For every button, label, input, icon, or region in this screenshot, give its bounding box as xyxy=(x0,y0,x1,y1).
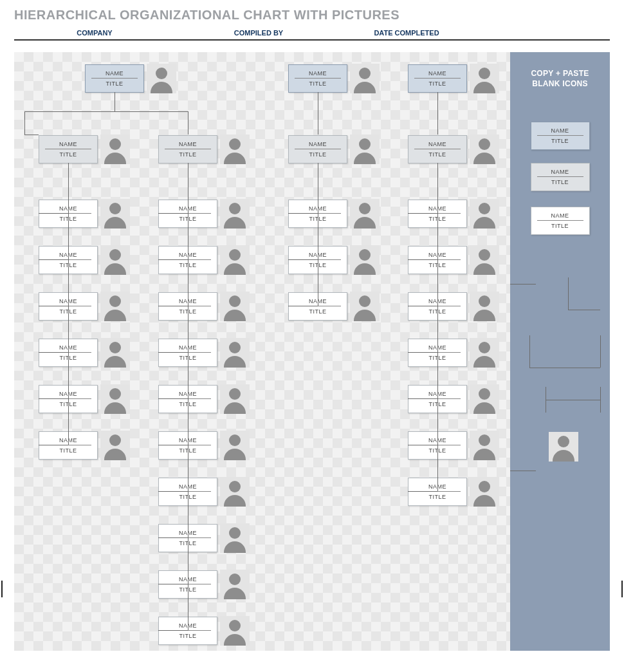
org-node[interactable]: NAMETITLE xyxy=(39,431,130,460)
org-node[interactable]: NAMETITLE xyxy=(39,338,130,368)
org-card[interactable]: NAMETITLE xyxy=(288,135,347,163)
org-node[interactable]: NAMETITLE xyxy=(158,135,250,164)
card-title[interactable]: TITLE xyxy=(309,306,326,315)
template-line-h[interactable] xyxy=(510,471,536,471)
card-name[interactable]: NAME xyxy=(295,141,341,149)
card-title[interactable]: TITLE xyxy=(551,136,569,144)
org-card[interactable]: NAMETITLE xyxy=(408,135,467,163)
org-node[interactable]: NAMETITLE xyxy=(288,245,380,275)
card-title[interactable]: TITLE xyxy=(551,221,569,229)
card-title[interactable]: TITLE xyxy=(428,79,446,87)
card-name[interactable]: NAME xyxy=(537,212,583,221)
connector-line xyxy=(158,213,188,214)
org-node[interactable]: NAMETITLE xyxy=(158,477,250,507)
org-node[interactable]: NAMETITLE xyxy=(158,616,250,646)
org-node[interactable]: NAMETITLE xyxy=(288,292,380,321)
page-title: HIERARCHICAL ORGANIZATIONAL CHART WITH P… xyxy=(0,0,624,23)
template-line-h[interactable] xyxy=(546,400,600,400)
page-tick xyxy=(621,581,623,597)
template-line-h[interactable] xyxy=(568,310,600,310)
org-node[interactable]: NAMETITLE xyxy=(39,245,130,275)
card-title[interactable]: TITLE xyxy=(428,492,446,500)
org-node[interactable]: NAMETITLE xyxy=(408,135,499,164)
org-node[interactable]: NAMETITLE xyxy=(408,245,499,275)
connector-line xyxy=(158,259,188,260)
connector-line xyxy=(24,111,188,112)
org-node[interactable]: NAMETITLE xyxy=(288,64,380,93)
org-card[interactable]: NAMETITLE xyxy=(158,135,217,163)
card-title[interactable]: TITLE xyxy=(59,445,77,454)
connector-line xyxy=(188,111,188,135)
card-name[interactable]: NAME xyxy=(414,141,461,149)
template-card-blue[interactable]: NAME TITLE xyxy=(531,122,590,150)
card-name[interactable]: NAME xyxy=(537,169,583,177)
org-node[interactable]: NAMETITLE xyxy=(288,135,380,164)
card-name[interactable]: NAME xyxy=(45,141,91,149)
org-node[interactable]: NAMETITLE xyxy=(39,199,130,229)
org-node[interactable]: NAMETITLE xyxy=(39,384,130,414)
template-card-grey[interactable]: NAME TITLE xyxy=(531,163,590,191)
template-card-white[interactable]: NAME TITLE xyxy=(531,207,590,235)
org-node[interactable]: NAMETITLE xyxy=(85,64,176,93)
connector-line xyxy=(288,306,318,306)
card-name[interactable]: NAME xyxy=(414,70,461,79)
org-node[interactable]: NAMETITLE xyxy=(408,64,499,93)
org-node[interactable]: NAMETITLE xyxy=(408,338,499,368)
person-icon xyxy=(350,199,380,229)
person-icon xyxy=(220,431,250,460)
person-icon xyxy=(220,616,250,646)
card-name[interactable]: NAME xyxy=(295,70,341,79)
org-card[interactable]: NAMETITLE xyxy=(39,135,98,163)
person-icon xyxy=(100,431,130,460)
card-name[interactable]: NAME xyxy=(537,127,583,136)
org-node[interactable]: NAMETITLE xyxy=(158,431,250,460)
card-title[interactable]: TITLE xyxy=(551,177,569,185)
connector-line xyxy=(318,92,318,135)
org-node[interactable]: NAMETITLE xyxy=(39,292,130,321)
org-card[interactable]: NAMETITLE xyxy=(288,64,347,93)
org-node[interactable]: NAMETITLE xyxy=(408,384,499,414)
card-title[interactable]: TITLE xyxy=(428,149,446,158)
org-node[interactable]: NAMETITLE xyxy=(408,477,499,507)
org-node[interactable]: NAMETITLE xyxy=(288,199,380,229)
org-node[interactable]: NAMETITLE xyxy=(158,338,250,368)
connector-line xyxy=(39,259,68,260)
org-node[interactable]: NAMETITLE xyxy=(408,292,499,321)
card-title[interactable]: TITLE xyxy=(59,149,77,158)
connector-line xyxy=(408,352,437,353)
header-compiled-by[interactable]: COMPILED BY xyxy=(175,29,342,37)
org-card[interactable]: NAMETITLE xyxy=(85,64,144,93)
person-icon xyxy=(220,199,250,229)
template-line-v[interactable] xyxy=(600,387,601,413)
org-node[interactable]: NAMETITLE xyxy=(158,245,250,275)
org-node[interactable]: NAMETITLE xyxy=(408,431,499,460)
card-name[interactable]: NAME xyxy=(91,70,138,79)
template-line-v[interactable] xyxy=(600,335,601,368)
org-node[interactable]: NAMETITLE xyxy=(158,570,250,599)
card-title[interactable]: TITLE xyxy=(179,149,196,158)
org-node[interactable]: NAMETITLE xyxy=(158,384,250,414)
org-node[interactable]: NAMETITLE xyxy=(39,135,130,164)
header-company[interactable]: COMPANY xyxy=(14,29,175,37)
connector-line xyxy=(158,491,188,492)
org-node[interactable]: NAMETITLE xyxy=(158,292,250,321)
org-node[interactable]: NAMETITLE xyxy=(158,523,250,553)
header-date-completed[interactable]: DATE COMPLETED xyxy=(342,29,471,37)
card-title[interactable]: TITLE xyxy=(309,149,326,158)
card-name[interactable]: NAME xyxy=(165,141,211,149)
person-icon xyxy=(470,384,499,414)
card-title[interactable]: TITLE xyxy=(106,79,123,87)
template-line-v[interactable] xyxy=(529,335,530,368)
connector-line xyxy=(68,163,69,445)
template-line-v[interactable] xyxy=(568,277,569,310)
org-node[interactable]: NAMETITLE xyxy=(408,199,499,229)
template-line-h[interactable] xyxy=(529,368,600,368)
person-icon xyxy=(100,199,130,229)
template-avatar-icon[interactable] xyxy=(549,432,578,462)
card-title[interactable]: TITLE xyxy=(309,79,326,87)
chart-canvas[interactable]: NAMETITLENAMETITLENAMETITLENAMETITLENAME… xyxy=(14,52,510,651)
org-node[interactable]: NAMETITLE xyxy=(158,199,250,229)
card-title[interactable]: TITLE xyxy=(179,631,196,639)
template-line-h[interactable] xyxy=(510,284,536,285)
org-card[interactable]: NAMETITLE xyxy=(408,64,467,93)
